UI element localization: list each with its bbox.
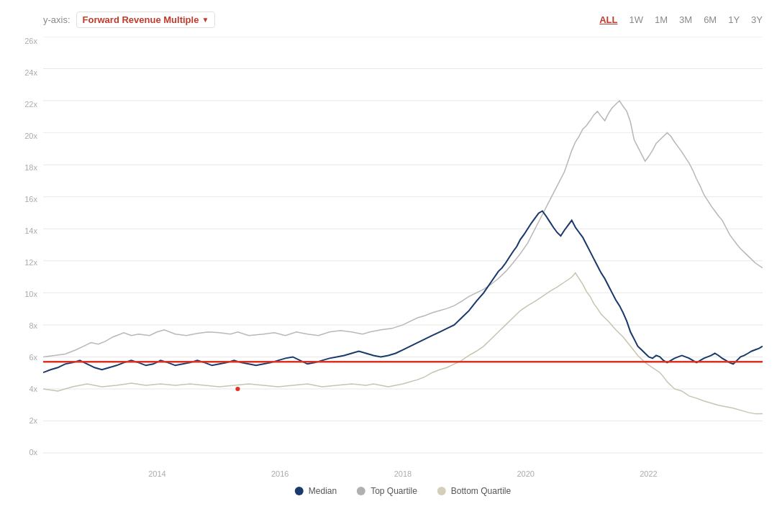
bottom-quartile-line: [43, 273, 763, 414]
y-label-10: 10x: [9, 290, 37, 298]
legend-top-quartile: Top Quartile: [357, 486, 417, 496]
y-label-4: 4x: [9, 385, 37, 393]
x-label-2020: 2020: [517, 469, 534, 478]
legend-median: Median: [295, 486, 337, 496]
median-line: [43, 211, 763, 373]
y-label-26: 26x: [9, 37, 37, 45]
chart-svg: [43, 37, 763, 457]
legend-bottom-quartile: Bottom Quartile: [437, 486, 511, 496]
y-label-8: 8x: [9, 321, 37, 330]
x-label-2022: 2022: [640, 469, 657, 478]
y-axis-metric-label: Forward Revenue Multiple: [83, 14, 199, 25]
filter-3y[interactable]: 3Y: [751, 14, 763, 25]
y-label-14: 14x: [9, 226, 37, 235]
y-label-22: 22x: [9, 100, 37, 109]
y-label-2: 2x: [9, 416, 37, 425]
y-label-16: 16x: [9, 195, 37, 203]
filter-3m[interactable]: 3M: [679, 14, 692, 25]
median-label: Median: [309, 486, 337, 496]
top-quartile-dot: [357, 487, 365, 495]
chart-header: y-axis: Forward Revenue Multiple ▼ ALL 1…: [43, 12, 763, 28]
time-filters: ALL 1W 1M 3M 6M 1Y 3Y: [599, 14, 763, 25]
y-axis-row: y-axis: Forward Revenue Multiple ▼: [43, 12, 215, 28]
y-label-24: 24x: [9, 68, 37, 77]
median-dot: [295, 487, 304, 495]
filter-1w[interactable]: 1W: [630, 14, 644, 25]
y-label-20: 20x: [9, 132, 37, 140]
filter-6m[interactable]: 6M: [704, 14, 717, 25]
dropdown-arrow-icon: ▼: [201, 16, 209, 24]
bottom-quartile-dot: [437, 487, 446, 495]
filter-1y[interactable]: 1Y: [728, 14, 740, 25]
y-axis-labels: 26x 24x 22x 20x 18x 16x 14x 12x 10x 8x 6…: [9, 37, 37, 457]
chart-area: 26x 24x 22x 20x 18x 16x 14x 12x 10x 8x 6…: [43, 37, 763, 457]
y-label-6: 6x: [9, 353, 37, 362]
main-container: y-axis: Forward Revenue Multiple ▼ ALL 1…: [0, 0, 777, 532]
x-axis-labels: 2014 2016 2018 2020 2022: [43, 469, 763, 478]
y-axis-prefix: y-axis:: [43, 14, 71, 25]
y-label-12: 12x: [9, 258, 37, 267]
chart-legend: Median Top Quartile Bottom Quartile: [295, 486, 511, 496]
bottom-quartile-label: Bottom Quartile: [451, 486, 511, 496]
x-label-2016: 2016: [271, 469, 288, 478]
x-label-2018: 2018: [394, 469, 412, 478]
y-axis-dropdown[interactable]: Forward Revenue Multiple ▼: [76, 12, 216, 28]
x-label-2014: 2014: [148, 469, 165, 478]
y-label-0: 0x: [9, 448, 37, 457]
y-label-18: 18x: [9, 163, 37, 172]
top-quartile-label: Top Quartile: [371, 486, 417, 496]
filter-all[interactable]: ALL: [599, 14, 617, 25]
filter-1m[interactable]: 1M: [655, 14, 668, 25]
anomaly-dot: [235, 387, 240, 391]
